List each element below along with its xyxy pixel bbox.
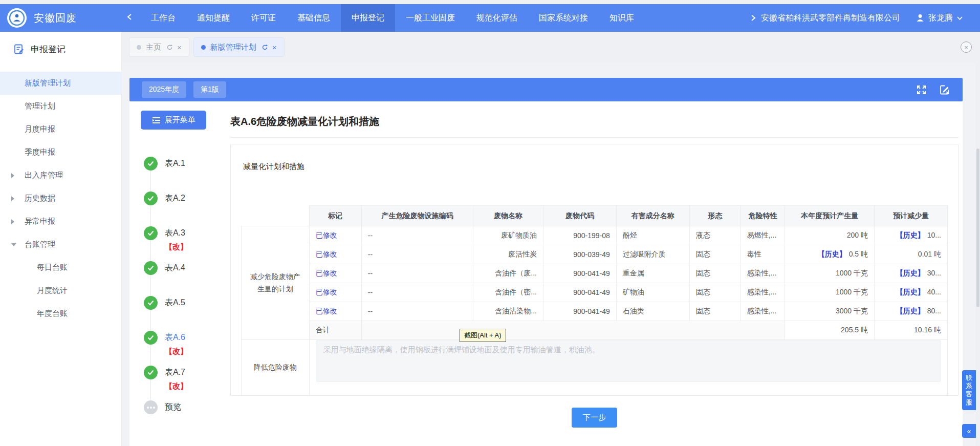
sidebar-item-abnormal-declaration[interactable]: 异常申报 [0,210,121,233]
step-a2[interactable]: 表A.2 [144,192,188,226]
step-a5[interactable]: 表A.5 [144,296,188,331]
col-header-facility-code: 产生危险废物设施编码 [361,206,473,226]
form-panel: 展开菜单 表A.1 表A.2 表A.3 [129,101,963,446]
waste-name-cell: 废矿物质油 [473,226,543,245]
step-preview[interactable]: 预览 [144,400,188,435]
total-label: 合计 [309,321,361,340]
sidebar-item-annual-ledger[interactable]: 年度台账 [0,302,121,325]
annual-value: 0.5 吨 [849,250,868,258]
user-icon [916,13,925,23]
step-a6-current[interactable]: 表A.6 【改】 [144,331,188,366]
caret-right-icon [11,196,14,201]
nav-item-knowledge-base[interactable]: 知识库 [599,4,645,32]
sidebar-item-inout-warehouse[interactable]: 出入库管理 [0,164,121,187]
tab-home[interactable]: 主页 × [129,37,189,57]
waste-name-cell: 含油件（密... [473,283,543,302]
banner-icons [916,84,950,95]
steps-column: 展开菜单 表A.1 表A.2 表A.3 [129,101,227,446]
step-label: 表A.3 [165,228,185,239]
nav-item-workbench[interactable]: 工作台 [140,4,186,32]
facility-code-cell: -- [361,245,473,264]
mark-link[interactable]: 已修改 [309,264,361,283]
sidebar-item-monthly-statistics[interactable]: 月度统计 [0,279,121,302]
nav-item-notifications[interactable]: 通知提醒 [186,4,241,32]
hazard-cell: 感染性,... [741,302,785,321]
sidebar-item-management-plan[interactable]: 管理计划 [0,95,121,118]
step-a4[interactable]: 表A.4 [144,261,188,296]
col-header-annual-output: 本年度预计产生量 [785,206,875,226]
company-selector[interactable]: 安徽省柏科洪武零部件再制造有限公司 [761,13,900,24]
contact-service-tab[interactable]: 联 系 客 服 [962,370,976,410]
annual-output-cell: 3000 千克 [785,302,875,321]
history-link[interactable]: 【历史】 [896,288,925,296]
refresh-icon[interactable] [262,44,268,51]
total-spacer [361,321,785,340]
nav-item-basic-info[interactable]: 基础信息 [287,4,341,32]
refresh-icon[interactable] [166,44,173,51]
measures-textarea[interactable]: 采用与地面绝缘隔离，使用钢板进行满焊铺设地面及使用专用输油管道，积油池。 [316,340,941,382]
annual-output-cell: 200 吨 [785,226,875,245]
step-a3[interactable]: 表A.3 【改】 [144,226,188,261]
close-icon[interactable]: × [177,44,182,51]
menu-icon [152,117,161,124]
row-group-label-reduce-hazard: 降低危险废物 [242,340,310,395]
reduction-table: 标记 产生危险废物设施编码 废物名称 废物代码 有害成分名称 形态 危险特性 本… [241,205,948,395]
sidebar-item-history-data[interactable]: 历史数据 [0,187,121,210]
sidebar-item-quarterly-declaration[interactable]: 季度申报 [0,141,121,164]
nav-item-license[interactable]: 许可证 [241,4,287,32]
next-step-button[interactable]: 下一步 [572,408,617,428]
sidebar-item-ledger-management[interactable]: 台账管理 [0,233,121,256]
nav-item-declaration[interactable]: 申报登记 [341,4,395,32]
mark-link[interactable]: 已修改 [309,245,361,264]
step-a1[interactable]: 表A.1 [144,157,188,192]
hazard-cell: 易燃性,... [741,226,785,245]
form-cell: 固态 [689,245,741,264]
tab-label: 新版管理计划 [210,43,256,52]
modified-badge: 【改】 [165,381,188,391]
mark-link[interactable]: 已修改 [309,226,361,245]
history-link[interactable]: 【历史】 [896,269,925,277]
close-icon[interactable]: × [272,44,277,51]
username: 张龙腾 [928,13,953,24]
sidebar-item-daily-ledger[interactable]: 每日台账 [0,256,121,279]
collapse-sidebar-button[interactable]: « [962,424,976,438]
sidebar-item-label: 出入库管理 [25,171,63,180]
button-row: 下一步 [230,408,959,428]
nav-collapse-button[interactable] [122,13,137,23]
fullscreen-icon[interactable] [916,84,927,95]
history-link[interactable]: 【历史】 [818,250,846,258]
topbar-right: 安徽省柏科洪武零部件再制造有限公司 张龙腾 [751,13,980,24]
expand-menu-button[interactable]: 展开菜单 [141,111,206,130]
scrollbar[interactable] [976,62,980,446]
step-label: 表A.6 [165,332,185,343]
ellipsis-icon [144,400,158,414]
year-chip[interactable]: 2025年度 [142,81,186,98]
reduction-plan-card: 减量化计划和措施 标记 产生危险废物设施编码 [230,144,959,396]
check-icon [144,296,158,310]
tab-new-management-plan[interactable]: 新版管理计划 × [193,37,285,57]
version-chip[interactable]: 第1版 [193,81,226,98]
nav-item-national-system[interactable]: 国家系统对接 [528,4,599,32]
check-icon [144,366,158,379]
user-menu[interactable]: 张龙腾 [916,13,967,24]
chevron-left-icon [126,13,133,20]
component-cell: 石油类 [616,302,689,321]
sidebar-item-monthly-declaration[interactable]: 月度申报 [0,118,121,141]
annual-value: 1000 千克 [836,288,868,296]
mark-link[interactable]: 已修改 [309,283,361,302]
edit-cancel-icon[interactable] [939,84,950,95]
history-link[interactable]: 【历史】 [896,231,925,239]
col-header-waste-name: 废物名称 [473,206,543,226]
step-a7[interactable]: 表A.7 【改】 [144,366,188,400]
scrollbar-thumb[interactable] [976,148,979,307]
mark-link[interactable]: 已修改 [309,302,361,321]
history-link[interactable]: 【历史】 [896,307,925,315]
nav-item-standardization-assessment[interactable]: 规范化评估 [466,4,528,32]
total-row: 合计 205.5 吨 10.16 吨 [242,321,948,340]
component-cell: 矿物油 [616,283,689,302]
sidebar-item-new-management-plan[interactable]: 新版管理计划 [0,72,121,95]
expand-menu-label: 展开菜单 [165,115,195,125]
nav-item-general-solid-waste[interactable]: 一般工业固废 [395,4,466,32]
reduction-value: 10... [927,231,941,239]
close-all-tabs-button[interactable]: × [961,41,972,53]
